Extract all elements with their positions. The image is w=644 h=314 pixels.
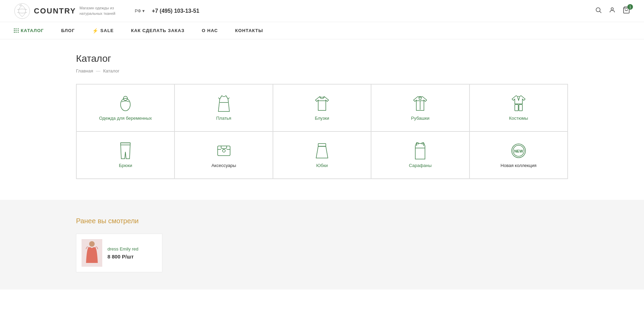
dress-icon [215,95,233,112]
catalog-label-skirts: Юбки [316,163,328,168]
nav-item-blog[interactable]: БЛОГ [61,28,75,33]
search-icon [595,7,602,13]
svg-rect-13 [218,146,230,156]
svg-point-1 [596,8,600,12]
header-icons: 1 [595,6,630,16]
account-icon [609,7,616,13]
breadcrumb-current: Каталог [103,68,119,73]
catalog-grid: Одежда для беременных Платья [76,84,568,179]
new-collection-icon: NEW [510,142,527,159]
page-title: Каталог [76,53,568,64]
nav-label-sale: SALE [101,28,114,33]
catalog-item-sarafans[interactable]: Сарафаны [371,131,469,179]
nav-label-how-to-order: КАК СДЕЛАТЬ ЗАКАЗ [131,28,184,33]
chevron-down-icon: ▾ [142,8,145,13]
nav-item-contacts[interactable]: КОНТАКТЫ [235,28,263,33]
svg-rect-9 [515,105,518,111]
catalog-item-blouses[interactable]: Блузки [273,84,371,131]
lang-selector[interactable]: РФ ▾ [135,8,145,13]
breadcrumb-separator: — [96,68,100,73]
trousers-icon [117,142,134,159]
svg-rect-15 [318,144,326,146]
catalog-label-accessories: Аксессуары [211,163,236,168]
suit-icon [510,95,527,112]
nav-item-sale[interactable]: ⚡ SALE [92,28,114,33]
svg-rect-10 [519,105,522,111]
logo-text: COUNTRY [34,7,76,16]
nav-label-blog: БЛОГ [61,28,75,33]
catalog-item-pregnant[interactable]: Одежда для беременных [76,84,174,131]
catalog-label-dresses: Платья [216,116,231,121]
nav-label-about: О НАС [202,28,218,33]
grid-icon [14,28,19,33]
nav-item-catalog[interactable]: КАТАЛОГ [14,28,44,33]
skirt-icon [313,142,331,159]
nav-item-how-to-order[interactable]: КАК СДЕЛАТЬ ЗАКАЗ [131,28,184,33]
bolt-icon: ⚡ [92,28,98,33]
search-button[interactable] [595,7,602,15]
blouse-icon [313,95,331,112]
main-content: Каталог Главная — Каталог Одежда для бер… [0,39,644,200]
breadcrumb-home[interactable]: Главная [76,68,93,73]
product-thumbnail [83,241,101,265]
catalog-item-trousers[interactable]: Брюки [76,131,174,179]
recently-viewed-title: Ранее вы смотрели [76,217,568,225]
product-name: dress Emily red [107,246,139,252]
catalog-label-sarafans: Сарафаны [409,163,432,168]
catalog-label-trousers: Брюки [119,163,132,168]
catalog-item-new-collection[interactable]: NEW Новая коллекция [470,131,568,179]
nav-item-about[interactable]: О НАС [202,28,218,33]
product-name-link[interactable]: Emily red [120,246,138,252]
svg-line-2 [600,11,602,13]
nav-label-contacts: КОНТАКТЫ [235,28,263,33]
product-image [82,239,102,267]
svg-point-14 [222,149,225,152]
cart-button[interactable]: 1 [623,6,630,16]
breadcrumb: Главная — Каталог [76,68,568,73]
cart-badge: 1 [627,4,633,10]
logo-icon [14,3,30,19]
catalog-label-blouses: Блузки [315,116,329,121]
svg-point-23 [89,241,95,247]
lang-label: РФ [135,8,141,13]
catalog-item-suits[interactable]: Костюмы [470,84,568,131]
logo-area: COUNTRY Магазин одежды из натуральных тк… [14,3,121,19]
logo-subtitle: Магазин одежды из натуральных тканей [79,6,121,16]
product-price: 8 800 Р/шт [107,254,139,259]
header: COUNTRY Магазин одежды из натуральных тк… [0,0,644,22]
nav-label-catalog: КАТАЛОГ [21,28,44,33]
catalog-label-pregnant: Одежда для беременных [99,116,152,121]
product-info: dress Emily red 8 800 Р/шт [107,246,139,259]
main-nav: КАТАЛОГ БЛОГ ⚡ SALE КАК СДЕЛАТЬ ЗАКАЗ О … [0,22,644,39]
catalog-label-shirts: Рубашки [411,116,429,121]
shirt-icon [411,95,429,112]
catalog-item-shirts[interactable]: Рубашки [371,84,469,131]
catalog-item-skirts[interactable]: Юбки [273,131,371,179]
sarafan-icon [411,142,429,159]
pregnant-icon [117,95,134,112]
svg-point-3 [611,8,614,10]
svg-text:NEW: NEW [514,149,523,153]
phone-number: +7 (495) 103-13-51 [152,8,199,14]
account-button[interactable] [609,7,616,15]
product-card[interactable]: dress Emily red 8 800 Р/шт [76,234,162,272]
accessories-icon [215,142,233,159]
catalog-label-suits: Костюмы [509,116,528,121]
catalog-label-new-collection: Новая коллекция [501,163,537,168]
recently-viewed-section: Ранее вы смотрели dress Emily red 8 800 … [0,200,644,290]
header-center: РФ ▾ +7 (495) 103-13-51 [135,8,199,14]
product-name-prefix: dress [107,246,120,252]
catalog-item-dresses[interactable]: Платья [174,84,273,131]
catalog-item-accessories[interactable]: Аксессуары [174,131,273,179]
